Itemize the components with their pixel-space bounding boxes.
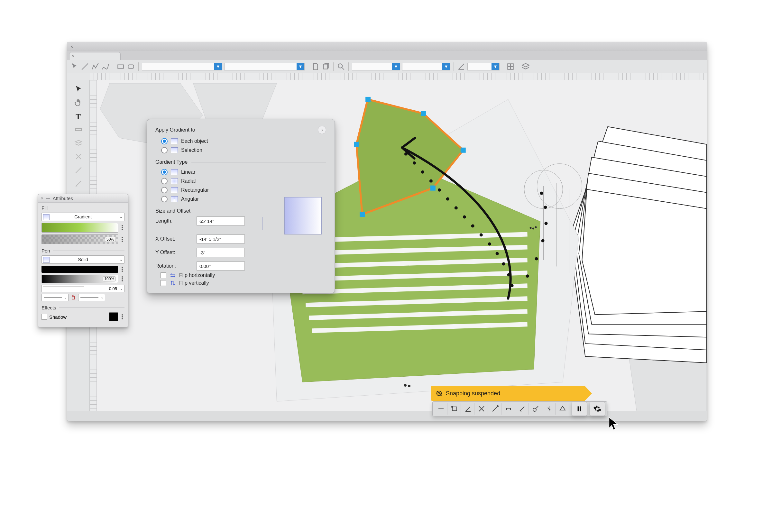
text-tool-icon[interactable]: T [71, 110, 86, 123]
svg-point-62 [544, 206, 547, 209]
gradient-settings-popover[interactable]: Apply Gradient to ? Each object Selectio… [147, 119, 335, 293]
search-icon[interactable] [337, 62, 345, 71]
fill-opacity-value: 50% [105, 237, 116, 242]
pen-mode-dropdown[interactable]: Solid ⌄ [41, 255, 124, 264]
gradient-swatch[interactable] [41, 223, 118, 233]
gradient-type-rectangular-radio[interactable] [161, 187, 168, 193]
gradient-type-radial-radio[interactable] [161, 178, 168, 184]
page-stack-icon[interactable] [322, 62, 330, 71]
document-tab[interactable]: × [69, 52, 121, 60]
page-icon[interactable] [311, 62, 320, 71]
y-offset-input[interactable]: -3' [197, 248, 245, 257]
link-lock-icon[interactable] [70, 295, 76, 300]
svg-point-30 [408, 385, 410, 387]
gradient-type-linear-radio[interactable] [161, 169, 168, 175]
snap-angle-button[interactable] [462, 403, 474, 415]
snap-object-button[interactable] [448, 403, 461, 415]
svg-rect-42 [354, 142, 359, 147]
gradient-preview-thumbnail[interactable] [284, 197, 322, 234]
snapping-settings-button[interactable] [590, 402, 605, 416]
pen-opacity-swatch[interactable]: 100% [41, 275, 118, 283]
gradient-type-angular-radio[interactable] [161, 196, 168, 202]
window-titlebar[interactable]: × — [67, 42, 707, 51]
apply-each-object-radio[interactable] [161, 138, 168, 144]
x-offset-input[interactable]: -14' 5 1/2" [197, 234, 245, 243]
wall-tool-icon[interactable] [71, 123, 86, 136]
layers-icon[interactable] [521, 62, 530, 71]
flip-vertical-icon [170, 280, 176, 286]
gradient-swatch-menu-icon[interactable] [120, 225, 124, 230]
fill-mode-dropdown[interactable]: Gradient ⌄ [41, 213, 124, 221]
ruler-horizontal[interactable] [90, 73, 707, 80]
pan-tool-icon[interactable] [71, 96, 86, 109]
shadow-color-chip[interactable] [109, 312, 118, 321]
length-input[interactable]: 65' 14" [197, 216, 245, 225]
fill-opacity-menu-icon[interactable] [120, 237, 124, 242]
window-minimize-button[interactable]: — [76, 44, 81, 49]
snap-grid-button[interactable] [435, 403, 447, 415]
fill-section-label: Fill [41, 205, 48, 211]
svg-rect-2 [323, 64, 327, 69]
pen-opacity-menu-icon[interactable] [120, 276, 124, 281]
help-button[interactable]: ? [318, 126, 326, 134]
panel-minimize-button[interactable]: — [46, 196, 50, 201]
dropdown-cap-icon[interactable]: ▾ [492, 63, 499, 70]
dimension-tool-icon[interactable] [71, 177, 86, 190]
shadow-checkbox[interactable] [41, 314, 47, 320]
snap-edge-button[interactable] [516, 403, 528, 415]
tab-close-icon[interactable]: × [72, 54, 74, 59]
svg-point-48 [446, 197, 449, 201]
svg-point-47 [438, 188, 441, 192]
cursor-tool-icon[interactable] [71, 83, 86, 96]
svg-rect-41 [360, 212, 365, 217]
angle-tool-icon[interactable] [457, 62, 465, 71]
snap-tangent-button[interactable] [529, 403, 542, 415]
dropdown-cap-icon[interactable]: ▾ [442, 63, 450, 70]
polyline-tool-icon[interactable] [91, 62, 99, 71]
snap-intersection-button[interactable] [475, 403, 488, 415]
window-close-button[interactable]: × [70, 44, 73, 49]
rotation-input[interactable]: 0.00° [197, 261, 245, 271]
snap-distance-button[interactable] [502, 403, 515, 415]
y-offset-label: Y Offset: [155, 250, 191, 255]
pen-color-menu-icon[interactable] [120, 267, 124, 272]
delete-tool-icon[interactable] [71, 150, 86, 163]
option-field-2[interactable]: ▾ [224, 63, 305, 70]
snap-constrain-button[interactable] [543, 403, 556, 415]
flip-horizontal-checkbox[interactable] [161, 272, 166, 278]
edge-tool-icon[interactable] [71, 164, 86, 177]
attributes-panel[interactable]: × — Attributes Fill Gradient ⌄ 50% Pen S… [38, 194, 128, 327]
dropdown-cap-icon[interactable]: ▾ [297, 63, 304, 70]
option-field-1[interactable]: ▾ [142, 63, 222, 70]
dropdown-cap-icon[interactable]: ▾ [214, 63, 222, 70]
line-tool-icon[interactable] [81, 62, 89, 71]
snap-smart-point-button[interactable] [489, 403, 501, 415]
fill-opacity-swatch[interactable]: 50% [41, 234, 118, 244]
line-end-style-dropdown[interactable]: ⌄ [78, 294, 105, 301]
shadow-menu-icon[interactable] [120, 314, 124, 319]
apply-selection-radio[interactable] [161, 147, 168, 153]
rounded-rectangle-tool-icon[interactable] [127, 62, 135, 71]
option-field-4[interactable]: ▾ [402, 63, 450, 70]
attributes-panel-titlebar[interactable]: × — Attributes [38, 194, 128, 203]
rectangle-tool-icon[interactable] [116, 62, 125, 71]
spline-tool-icon[interactable] [101, 62, 110, 71]
grid-icon[interactable] [506, 62, 515, 71]
snap-working-plane-button[interactable] [556, 403, 569, 415]
pen-color-swatch[interactable] [41, 266, 118, 273]
gradient-type-radial-label: Radial [181, 178, 196, 184]
snap-toolbar [432, 401, 607, 416]
pen-width-field[interactable]: 0.05 ⌄ [41, 285, 124, 292]
line-start-style-dropdown[interactable]: ⌄ [41, 294, 69, 301]
apply-gradient-section-label: Apply Gradient to [155, 127, 195, 133]
flip-vertical-checkbox[interactable] [161, 280, 166, 286]
selection-tool-icon[interactable] [70, 62, 79, 71]
svg-rect-69 [578, 406, 579, 411]
panel-close-button[interactable]: × [41, 196, 43, 201]
option-field-5[interactable]: ▾ [467, 63, 500, 70]
dropdown-cap-icon[interactable]: ▾ [392, 63, 400, 70]
option-field-3[interactable]: ▾ [352, 63, 400, 70]
separator [503, 62, 503, 71]
stack-tool-icon[interactable] [71, 137, 86, 150]
suspend-snapping-button[interactable] [572, 402, 587, 416]
